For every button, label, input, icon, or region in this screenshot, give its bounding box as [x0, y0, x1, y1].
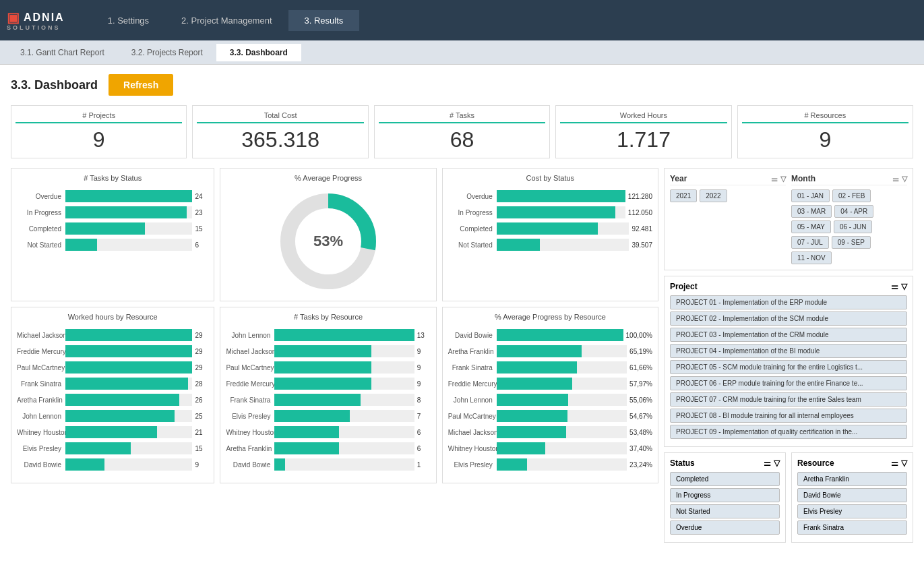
apr-whitney: Whitney Houston37,40% — [448, 442, 652, 454]
project-item-04[interactable]: PROJECT 04 - Implementation of the BI mo… — [670, 344, 907, 358]
year-options: 2021 2022 — [670, 189, 786, 202]
status-not-started[interactable]: Not Started — [670, 504, 780, 518]
month-feb[interactable]: 02 - FEB — [832, 189, 871, 202]
sub-tab-dashboard[interactable]: 3.3. Dashboard — [216, 44, 301, 61]
kpi-worked-hours-value: 1.717 — [560, 127, 727, 152]
month-nov[interactable]: 11 - NOV — [791, 251, 832, 264]
apr-aretha: Aretha Franklin65,19% — [448, 345, 652, 357]
kpi-projects: # Projects 9 — [11, 105, 187, 158]
status-filter-icons[interactable]: ⚌ ▽ — [764, 458, 780, 468]
tasks-by-status-chart: # Tasks by Status Overdue 24 In Progress… — [11, 168, 214, 301]
resource-aretha[interactable]: Aretha Franklin — [797, 472, 907, 486]
status-in-progress[interactable]: In Progress — [670, 488, 780, 502]
tab-results[interactable]: 3. Results — [288, 10, 360, 31]
month-jul[interactable]: 07 - JUL — [791, 236, 829, 249]
project-item-03[interactable]: PROJECT 03 - Implementation of the CRM m… — [670, 328, 907, 342]
status-filter-header: Status ⚌ ▽ — [670, 458, 780, 468]
resource-sort-icon[interactable]: ⚌ — [891, 458, 898, 468]
wh-whitney: Whitney Houston21 — [17, 426, 208, 438]
tr-freddie: Freddie Mercury9 — [226, 378, 430, 390]
tasks-by-resource-bars: John Lennon13 Michael Jackson9 Paul McCa… — [226, 326, 430, 477]
tr-paul: Paul McCartney9 — [226, 361, 430, 374]
year-filter-icons[interactable]: ⚌ ▽ — [771, 175, 786, 183]
tasks-by-resource-chart: # Tasks by Resource John Lennon13 Michae… — [220, 307, 436, 483]
cost-by-status-title: Cost by Status — [448, 174, 652, 182]
status-completed[interactable]: Completed — [670, 472, 780, 486]
project-item-09[interactable]: PROJECT 09 - Implementation of quality c… — [670, 425, 907, 439]
wh-michael: Michael Jackson29 — [17, 329, 208, 341]
project-item-01[interactable]: PROJECT 01 - Implementation of the ERP m… — [670, 295, 907, 309]
project-item-02[interactable]: PROJECT 02 - Implementation of the SCM m… — [670, 311, 907, 326]
resource-label: Resource — [797, 458, 834, 468]
project-item-08[interactable]: PROJECT 08 - BI module training for all … — [670, 409, 907, 423]
apr-david: David Bowie100,00% — [448, 329, 652, 341]
year-filter-icon[interactable]: ▽ — [780, 175, 786, 183]
logo-sub: SOLUTIONS — [7, 24, 61, 31]
content-area: # Tasks by Status Overdue 24 In Progress… — [11, 168, 913, 543]
month-jun[interactable]: 06 - JUN — [834, 220, 872, 233]
status-sort-icon[interactable]: ⚌ — [764, 458, 771, 468]
sub-tab-projects-report[interactable]: 3.2. Projects Report — [118, 44, 216, 61]
wh-aretha: Aretha Franklin26 — [17, 394, 208, 406]
tr-michael: Michael Jackson9 — [226, 345, 430, 357]
wh-paul: Paul McCartney29 — [17, 361, 208, 374]
resource-frank[interactable]: Frank Sinatra — [797, 520, 907, 535]
kpi-projects-value: 9 — [16, 127, 182, 152]
charts-row-2: Worked hours by Resource Michael Jackson… — [11, 307, 658, 483]
resource-filter: Resource ⚌ ▽ Aretha Franklin David Bowie… — [791, 452, 913, 543]
tr-whitney: Whitney Houston6 — [226, 426, 430, 438]
year-2021[interactable]: 2021 — [670, 189, 697, 202]
apr-frank: Frank Sinatra61,66% — [448, 361, 652, 374]
kpi-resources-label: # Resources — [742, 111, 908, 123]
wh-freddie: Freddie Mercury29 — [17, 345, 208, 357]
project-filter-icons[interactable]: ⚌ ▽ — [891, 282, 907, 291]
tab-project-management[interactable]: 2. Project Management — [165, 10, 288, 31]
month-may[interactable]: 05 - MAY — [791, 220, 831, 233]
apr-john: John Lennon55,06% — [448, 394, 652, 406]
status-list: Completed In Progress Not Started Overdu… — [670, 472, 780, 537]
avg-progress-chart: % Average Progress 53% — [220, 168, 436, 301]
avg-progress-resource-title: % Average Progress by Resource — [448, 313, 652, 321]
tr-frank: Frank Sinatra8 — [226, 394, 430, 406]
filter-row-year-month: Year ⚌ ▽ 2021 2022 Mon — [670, 174, 907, 264]
apr-paul: Paul McCartney54,67% — [448, 410, 652, 422]
bar-in-progress: In Progress 23 — [17, 206, 208, 218]
sub-tab-gantt[interactable]: 3.1. Gantt Chart Report — [7, 44, 118, 61]
month-apr[interactable]: 04 - APR — [834, 205, 873, 218]
status-filter-icon-btn[interactable]: ▽ — [774, 458, 780, 468]
month-mar[interactable]: 03 - MAR — [791, 205, 832, 218]
project-item-07[interactable]: PROJECT 07 - CRM module training for the… — [670, 392, 907, 407]
kpi-total-cost: Total Cost 365.318 — [192, 105, 368, 158]
resource-filter-icon-btn[interactable]: ▽ — [901, 458, 907, 468]
status-overdue[interactable]: Overdue — [670, 520, 780, 535]
resource-list: Aretha Franklin David Bowie Elvis Presle… — [797, 472, 907, 537]
month-filter-icon[interactable]: ▽ — [902, 175, 907, 183]
donut-label: 53% — [313, 233, 343, 250]
project-item-05[interactable]: PROJECT 05 - SCM module training for the… — [670, 360, 907, 374]
tab-settings[interactable]: 1. Settings — [92, 10, 165, 31]
main-content: 3.3. Dashboard Refresh # Projects 9 Tota… — [0, 65, 924, 567]
kpi-tasks: # Tasks 68 — [374, 105, 550, 158]
logo-icon: ▣ — [7, 9, 20, 26]
worked-hours-bars: Michael Jackson29 Freddie Mercury29 Paul… — [17, 326, 208, 477]
bar-overdue: Overdue 24 — [17, 190, 208, 202]
year-2022[interactable]: 2022 — [700, 189, 727, 202]
project-item-06[interactable]: PROJECT 06 - ERP module training for the… — [670, 376, 907, 390]
year-sort-icon[interactable]: ⚌ — [771, 175, 778, 183]
refresh-button[interactable]: Refresh — [109, 74, 173, 96]
resource-filter-icons[interactable]: ⚌ ▽ — [891, 458, 907, 468]
month-filter-icons[interactable]: ⚌ ▽ — [892, 175, 907, 183]
cost-bar-not-started: Not Started 39.507 — [448, 239, 652, 251]
month-sort-icon[interactable]: ⚌ — [892, 175, 899, 183]
resource-david[interactable]: David Bowie — [797, 488, 907, 502]
month-sep[interactable]: 09 - SEP — [832, 236, 871, 249]
month-jan[interactable]: 01 - JAN — [791, 189, 830, 202]
kpi-tasks-label: # Tasks — [379, 111, 545, 123]
page-title: 3.3. Dashboard — [11, 78, 98, 92]
right-panel: Year ⚌ ▽ 2021 2022 Mon — [664, 168, 913, 543]
project-sort-icon[interactable]: ⚌ — [891, 282, 898, 291]
project-filter-icon[interactable]: ▽ — [901, 282, 907, 291]
tr-john: John Lennon13 — [226, 329, 430, 341]
logo-text: ADNIA — [24, 11, 65, 24]
resource-elvis[interactable]: Elvis Presley — [797, 504, 907, 518]
